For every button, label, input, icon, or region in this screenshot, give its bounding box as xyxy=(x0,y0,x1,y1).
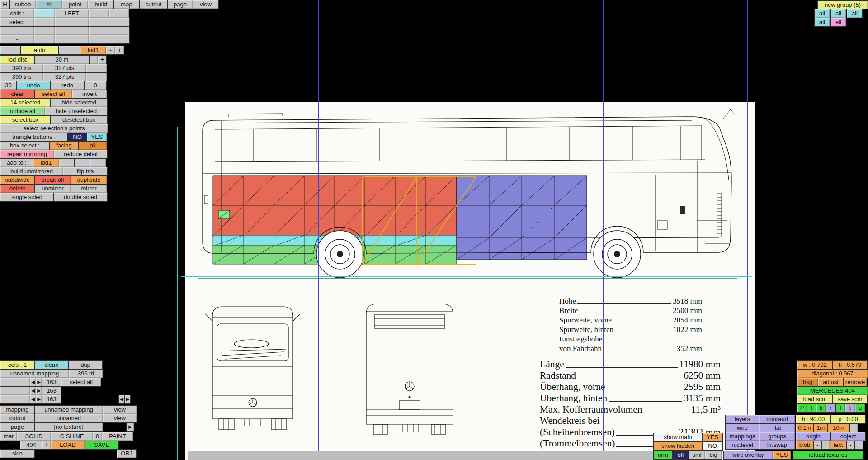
reduce-detail[interactable]: reduce detail xyxy=(54,150,108,159)
skin[interactable]: skin xyxy=(0,449,35,458)
yes[interactable]: YES xyxy=(87,133,107,142)
page[interactable]: page xyxy=(0,422,35,432)
minus-button[interactable]: - xyxy=(90,158,106,167)
empty-slot[interactable] xyxy=(0,46,21,55)
color-swatch-blue[interactable] xyxy=(0,395,30,404)
select-all[interactable]: select all xyxy=(34,90,72,99)
view[interactable]: view xyxy=(103,414,137,423)
cols-1[interactable]: cols : 1 xyxy=(0,360,35,370)
empty-slot[interactable] xyxy=(89,35,130,44)
color-swatch-green[interactable] xyxy=(0,386,30,395)
page[interactable]: page xyxy=(167,0,193,9)
undo[interactable]: undo xyxy=(16,81,51,90)
sml[interactable]: sml xyxy=(689,451,705,460)
tri[interactable]: tri xyxy=(36,0,62,9)
gouraud[interactable]: gouraud xyxy=(759,415,795,424)
select[interactable]: select xyxy=(0,18,34,27)
next-arrow[interactable]: ▶ xyxy=(36,386,42,395)
mapping[interactable]: mapping xyxy=(0,405,35,414)
select-selection-s-points[interactable]: select selection's points xyxy=(0,124,108,133)
0-1m[interactable]: 0.1m xyxy=(796,423,814,432)
select-all[interactable]: select all xyxy=(61,378,101,387)
bkg[interactable]: bkg xyxy=(797,378,818,387)
left[interactable]: LEFT xyxy=(55,9,89,18)
groups[interactable]: groups xyxy=(759,432,795,441)
empty-slot[interactable] xyxy=(109,9,129,18)
n-c-level[interactable]: n.c.level xyxy=(725,441,760,450)
origin[interactable]: origin xyxy=(796,432,831,441)
cutout[interactable]: cutout xyxy=(0,414,35,423)
map[interactable]: map xyxy=(113,0,140,9)
1m[interactable]: 1m xyxy=(813,423,828,432)
h[interactable]: H xyxy=(0,0,10,9)
empty-slot[interactable] xyxy=(34,26,55,35)
subdivide[interactable]: subdivide xyxy=(0,175,35,185)
prev-arrow[interactable]: ◀ xyxy=(30,378,36,387)
point[interactable]: point xyxy=(62,0,88,9)
delete[interactable]: delete xyxy=(0,184,35,193)
minus-button[interactable]: - xyxy=(0,26,34,35)
save[interactable]: SAVE xyxy=(85,441,119,450)
flip-tris[interactable]: flip tris xyxy=(63,167,108,176)
empty-slot[interactable] xyxy=(34,35,55,44)
all[interactable]: all xyxy=(78,141,107,150)
subob[interactable]: subob xyxy=(9,0,36,9)
obj[interactable]: OBJ xyxy=(117,449,137,458)
plus-button[interactable]: + xyxy=(821,441,830,450)
next-arrow[interactable]: ▶ xyxy=(36,378,42,387)
lod1[interactable]: lod1 xyxy=(80,46,106,55)
shift-value[interactable] xyxy=(34,9,55,18)
hide-unselected[interactable]: hide unselected xyxy=(45,107,108,116)
unhide-all[interactable]: unhide all xyxy=(0,107,45,116)
invert[interactable]: invert xyxy=(72,90,107,99)
layers[interactable]: layers xyxy=(725,415,760,424)
new-group-button[interactable]: new group (5) xyxy=(817,0,868,9)
paint[interactable]: PAINT xyxy=(102,432,133,441)
prev-arrow[interactable]: ◀ xyxy=(30,395,36,404)
empty-slot[interactable] xyxy=(55,35,89,44)
hide-selected[interactable]: hide selected xyxy=(50,98,108,107)
facing[interactable]: facing xyxy=(49,141,79,150)
load-scm[interactable]: load scm xyxy=(797,395,833,404)
redo[interactable]: redo xyxy=(50,81,85,90)
u[interactable]: u xyxy=(855,403,865,413)
minus-button[interactable]: - xyxy=(59,158,75,167)
flat[interactable]: flat xyxy=(759,423,795,432)
object[interactable]: object xyxy=(830,432,866,441)
show-hidden-toggle[interactable]: NO xyxy=(702,441,723,451)
wire-overlay[interactable]: wire overlay xyxy=(723,451,773,460)
selected-triangle-marker[interactable] xyxy=(218,210,230,219)
build-unmirrored[interactable]: build unmirrored xyxy=(0,167,63,176)
plus-button[interactable]: + xyxy=(115,46,124,55)
auto[interactable]: auto xyxy=(20,46,59,55)
minus-button[interactable]: - xyxy=(106,46,115,55)
all[interactable]: all xyxy=(830,18,846,27)
repair-mirroring[interactable]: repair mirroring xyxy=(0,150,54,159)
r[interactable]: r xyxy=(826,403,836,413)
break-off[interactable]: break off xyxy=(34,175,71,185)
no[interactable]: NO xyxy=(67,133,87,142)
lod-dist[interactable]: lod dist xyxy=(0,55,35,64)
prev-arrow[interactable]: ◀ xyxy=(30,386,36,395)
unmirror[interactable]: unmirror xyxy=(34,184,71,193)
duplicate[interactable]: duplicate xyxy=(71,175,107,185)
blob[interactable]: blob xyxy=(796,441,814,450)
off[interactable]: off xyxy=(672,451,689,460)
0[interactable]: 0 xyxy=(93,432,102,441)
next-arrow[interactable]: ▶ xyxy=(124,395,131,404)
mat[interactable]: mat xyxy=(0,432,17,441)
mappings[interactable]: mappings xyxy=(725,432,760,441)
save-scm[interactable]: save scm xyxy=(832,395,868,404)
build[interactable]: build xyxy=(88,0,114,9)
double-sided[interactable]: double sided xyxy=(53,193,108,202)
plus-button[interactable]: + xyxy=(98,55,107,64)
l[interactable]: l xyxy=(835,403,845,413)
big[interactable]: big xyxy=(705,451,722,460)
cutout[interactable]: cutout xyxy=(139,0,168,9)
lod-distance-value[interactable]: 30 m xyxy=(34,55,90,64)
reload-textures[interactable]: reload textures xyxy=(793,451,863,460)
show-main-toggle[interactable]: YES xyxy=(702,433,723,442)
b[interactable]: b xyxy=(816,403,826,413)
minus-button[interactable]: - xyxy=(813,441,822,450)
view[interactable]: view xyxy=(103,405,137,414)
